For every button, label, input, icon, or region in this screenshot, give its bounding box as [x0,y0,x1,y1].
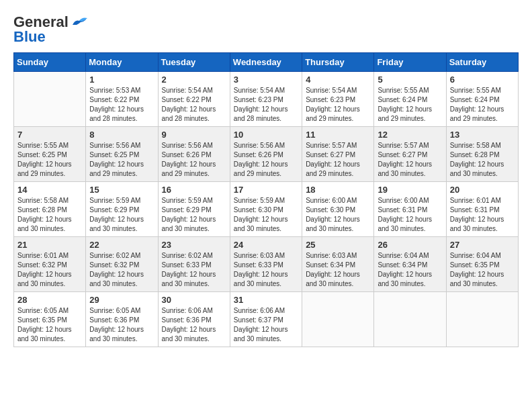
day-number: 26 [378,240,442,250]
calendar-cell: 8Sunrise: 5:56 AM Sunset: 6:25 PM Daylig… [86,127,158,182]
day-info: Sunrise: 6:06 AM Sunset: 6:37 PM Dayligh… [234,306,298,344]
calendar-cell: 6Sunrise: 5:55 AM Sunset: 6:24 PM Daylig… [446,72,518,127]
calendar-cell [302,292,374,347]
header-saturday: Saturday [446,53,518,72]
calendar-cell: 18Sunrise: 6:00 AM Sunset: 6:30 PM Dayli… [302,182,374,237]
day-number: 29 [89,295,154,305]
day-info: Sunrise: 5:59 AM Sunset: 6:29 PM Dayligh… [162,196,226,234]
day-number: 23 [162,240,226,250]
day-info: Sunrise: 6:05 AM Sunset: 6:36 PM Dayligh… [89,306,154,344]
day-number: 5 [378,75,442,85]
calendar-cell: 27Sunrise: 6:04 AM Sunset: 6:35 PM Dayli… [446,237,518,292]
calendar-header-row: SundayMondayTuesdayWednesdayThursdayFrid… [14,53,519,72]
calendar-cell [14,72,86,127]
calendar-cell: 25Sunrise: 6:03 AM Sunset: 6:34 PM Dayli… [302,237,374,292]
calendar-cell: 7Sunrise: 5:55 AM Sunset: 6:25 PM Daylig… [14,127,86,182]
day-number: 12 [378,130,442,140]
day-info: Sunrise: 6:06 AM Sunset: 6:36 PM Dayligh… [162,306,226,344]
calendar-cell: 5Sunrise: 5:55 AM Sunset: 6:24 PM Daylig… [374,72,446,127]
day-info: Sunrise: 5:57 AM Sunset: 6:27 PM Dayligh… [306,141,370,179]
header-wednesday: Wednesday [230,53,302,72]
day-number: 30 [162,295,226,305]
calendar-cell: 9Sunrise: 5:56 AM Sunset: 6:26 PM Daylig… [158,127,230,182]
day-info: Sunrise: 5:56 AM Sunset: 6:25 PM Dayligh… [89,141,154,179]
header-tuesday: Tuesday [158,53,230,72]
day-info: Sunrise: 5:56 AM Sunset: 6:26 PM Dayligh… [162,141,226,179]
calendar-cell: 31Sunrise: 6:06 AM Sunset: 6:37 PM Dayli… [230,292,302,347]
calendar-cell: 15Sunrise: 5:59 AM Sunset: 6:29 PM Dayli… [86,182,158,237]
day-number: 6 [450,75,515,85]
calendar-cell: 19Sunrise: 6:00 AM Sunset: 6:31 PM Dayli… [374,182,446,237]
calendar-week-row: 7Sunrise: 5:55 AM Sunset: 6:25 PM Daylig… [14,127,519,182]
day-info: Sunrise: 5:59 AM Sunset: 6:29 PM Dayligh… [89,196,154,234]
day-info: Sunrise: 5:55 AM Sunset: 6:25 PM Dayligh… [17,141,82,179]
day-number: 14 [17,185,82,195]
calendar-cell: 24Sunrise: 6:03 AM Sunset: 6:33 PM Dayli… [230,237,302,292]
day-number: 8 [89,130,154,140]
day-info: Sunrise: 6:04 AM Sunset: 6:35 PM Dayligh… [450,251,515,289]
calendar-cell: 29Sunrise: 6:05 AM Sunset: 6:36 PM Dayli… [86,292,158,347]
calendar-week-row: 28Sunrise: 6:05 AM Sunset: 6:35 PM Dayli… [14,292,519,347]
day-number: 20 [450,185,515,195]
calendar-cell: 1Sunrise: 5:53 AM Sunset: 6:22 PM Daylig… [86,72,158,127]
calendar-cell: 16Sunrise: 5:59 AM Sunset: 6:29 PM Dayli… [158,182,230,237]
day-info: Sunrise: 5:56 AM Sunset: 6:26 PM Dayligh… [234,141,298,179]
calendar-week-row: 1Sunrise: 5:53 AM Sunset: 6:22 PM Daylig… [14,72,519,127]
day-number: 2 [162,75,226,85]
calendar-week-row: 14Sunrise: 5:58 AM Sunset: 6:28 PM Dayli… [14,182,519,237]
day-number: 18 [306,185,370,195]
day-info: Sunrise: 5:54 AM Sunset: 6:23 PM Dayligh… [234,86,298,124]
day-number: 24 [234,240,298,250]
day-info: Sunrise: 5:53 AM Sunset: 6:22 PM Dayligh… [89,86,154,124]
day-number: 16 [162,185,226,195]
day-number: 10 [234,130,298,140]
calendar-cell: 20Sunrise: 6:01 AM Sunset: 6:31 PM Dayli… [446,182,518,237]
calendar-cell: 17Sunrise: 5:59 AM Sunset: 6:30 PM Dayli… [230,182,302,237]
day-number: 17 [234,185,298,195]
calendar-cell [446,292,518,347]
day-info: Sunrise: 6:02 AM Sunset: 6:33 PM Dayligh… [162,251,226,289]
day-number: 28 [17,295,82,305]
day-number: 22 [89,240,154,250]
calendar-cell [374,292,446,347]
day-info: Sunrise: 5:54 AM Sunset: 6:22 PM Dayligh… [162,86,226,124]
day-number: 11 [306,130,370,140]
day-number: 1 [89,75,154,85]
logo-bird-icon [70,15,89,29]
day-number: 3 [234,75,298,85]
calendar-table: SundayMondayTuesdayWednesdayThursdayFrid… [13,52,519,347]
day-info: Sunrise: 6:01 AM Sunset: 6:32 PM Dayligh… [17,251,82,289]
calendar-cell: 23Sunrise: 6:02 AM Sunset: 6:33 PM Dayli… [158,237,230,292]
header-sunday: Sunday [14,53,86,72]
day-info: Sunrise: 5:59 AM Sunset: 6:30 PM Dayligh… [234,196,298,234]
logo: General Blue [13,13,89,46]
page-header: General Blue [13,13,519,46]
calendar-week-row: 21Sunrise: 6:01 AM Sunset: 6:32 PM Dayli… [14,237,519,292]
day-number: 25 [306,240,370,250]
day-info: Sunrise: 5:57 AM Sunset: 6:27 PM Dayligh… [378,141,442,179]
logo-blue: Blue [13,28,46,46]
calendar-cell: 3Sunrise: 5:54 AM Sunset: 6:23 PM Daylig… [230,72,302,127]
header-thursday: Thursday [302,53,374,72]
day-info: Sunrise: 5:58 AM Sunset: 6:28 PM Dayligh… [450,141,515,179]
day-info: Sunrise: 6:00 AM Sunset: 6:30 PM Dayligh… [306,196,370,234]
calendar-cell: 14Sunrise: 5:58 AM Sunset: 6:28 PM Dayli… [14,182,86,237]
day-info: Sunrise: 6:04 AM Sunset: 6:34 PM Dayligh… [378,251,442,289]
day-number: 15 [89,185,154,195]
calendar-cell: 22Sunrise: 6:02 AM Sunset: 6:32 PM Dayli… [86,237,158,292]
day-info: Sunrise: 5:58 AM Sunset: 6:28 PM Dayligh… [17,196,82,234]
day-number: 31 [234,295,298,305]
day-number: 21 [17,240,82,250]
day-number: 9 [162,130,226,140]
calendar-cell: 21Sunrise: 6:01 AM Sunset: 6:32 PM Dayli… [14,237,86,292]
day-info: Sunrise: 6:03 AM Sunset: 6:33 PM Dayligh… [234,251,298,289]
calendar-cell: 26Sunrise: 6:04 AM Sunset: 6:34 PM Dayli… [374,237,446,292]
day-number: 7 [17,130,82,140]
calendar-cell: 30Sunrise: 6:06 AM Sunset: 6:36 PM Dayli… [158,292,230,347]
day-info: Sunrise: 6:01 AM Sunset: 6:31 PM Dayligh… [450,196,515,234]
calendar-cell: 4Sunrise: 5:54 AM Sunset: 6:23 PM Daylig… [302,72,374,127]
day-info: Sunrise: 6:05 AM Sunset: 6:35 PM Dayligh… [17,306,82,344]
calendar-cell: 12Sunrise: 5:57 AM Sunset: 6:27 PM Dayli… [374,127,446,182]
calendar-cell: 28Sunrise: 6:05 AM Sunset: 6:35 PM Dayli… [14,292,86,347]
day-info: Sunrise: 5:55 AM Sunset: 6:24 PM Dayligh… [378,86,442,124]
